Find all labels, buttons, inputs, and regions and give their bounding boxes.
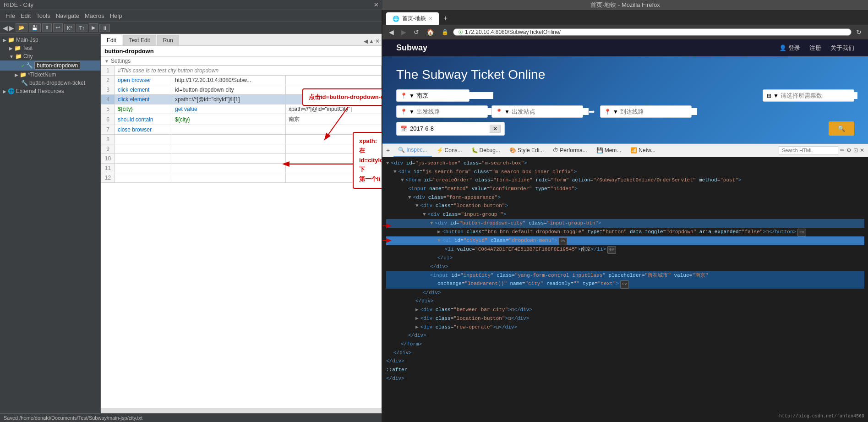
- row-2-value[interactable]: http://172.20.10.4:8080/Subw...: [172, 76, 286, 85]
- tab-text-edit[interactable]: Text Edit: [123, 35, 156, 45]
- row-4-keyword[interactable]: click element: [115, 95, 172, 104]
- devtools-tab-debugger[interactable]: 🐛 Debug...: [467, 144, 505, 156]
- sidebar-item-city[interactable]: ▼ 📁 City: [0, 52, 100, 60]
- browser-tab-active[interactable]: 🌐 首页-地铁 ✕: [386, 12, 439, 25]
- from-line-group[interactable]: 📍 ▼: [396, 105, 488, 118]
- toolbar-undo[interactable]: ↩: [53, 23, 63, 32]
- from-station-group[interactable]: 📍 ▼: [491, 105, 583, 118]
- seats-dropdown-btn[interactable]: ▼: [773, 93, 779, 99]
- devtools-settings-btn[interactable]: ⚙: [846, 147, 852, 153]
- from-dropdown-btn[interactable]: ▼: [409, 109, 415, 115]
- menu-file[interactable]: File: [3, 11, 18, 20]
- devtools-tab-inspect[interactable]: 🔍 Inspec...: [393, 144, 431, 157]
- devtools-dock-btn[interactable]: ⊡: [853, 147, 858, 153]
- row-6-var[interactable]: ${city}: [172, 114, 286, 125]
- city-input[interactable]: [416, 92, 493, 99]
- row-5-var[interactable]: ${city}: [115, 104, 172, 114]
- devtools-tab-console[interactable]: ⚡ Cons...: [432, 144, 467, 156]
- editor-scrollbar-h[interactable]: [101, 408, 382, 413]
- to-station-input[interactable]: [620, 108, 697, 115]
- row-6-value[interactable]: 南京: [285, 114, 381, 125]
- devtools-edit-btn[interactable]: ✏: [840, 147, 845, 153]
- row-5-keyword[interactable]: get value: [172, 104, 286, 114]
- row-7-keyword[interactable]: close browser: [115, 125, 172, 135]
- devtools-tab-network[interactable]: 📶 Netw...: [626, 144, 660, 156]
- row-6-keyword[interactable]: should contain: [115, 114, 172, 125]
- new-tab-btn[interactable]: +: [439, 12, 452, 25]
- ride-close-btn[interactable]: ✕: [374, 1, 379, 8]
- toolbar-open-folder[interactable]: 📂: [16, 23, 27, 32]
- devtools-html-panel[interactable]: ▼ <div id="js-search-box" class="m-searc…: [382, 157, 868, 422]
- table-row: 2 open browser http://172.20.10.4:8080/S…: [101, 76, 382, 85]
- toolbar-stop[interactable]: ▶: [89, 23, 98, 32]
- to-station-group[interactable]: 📍 ▼: [600, 105, 692, 118]
- sidebar-item-test[interactable]: ▶ 📁 Test: [0, 44, 100, 52]
- toolbar-back[interactable]: ◀: [3, 24, 8, 32]
- settings-toggle[interactable]: ▼: [104, 59, 109, 64]
- html-line-8[interactable]: ▼ <div id="button-dropdown-city" class="…: [386, 219, 864, 228]
- search-btn[interactable]: 🔍: [829, 121, 854, 136]
- toolbar-forward[interactable]: ▶: [9, 24, 14, 32]
- panel-left-btn[interactable]: ◀: [364, 38, 368, 44]
- row-2-keyword[interactable]: open browser: [115, 76, 172, 85]
- nav-login[interactable]: 👤 登录: [779, 44, 800, 52]
- menu-macros[interactable]: Macros: [82, 11, 107, 20]
- row-2-empty[interactable]: [285, 76, 381, 85]
- devtools-tab-perf[interactable]: ⏱ Performa...: [548, 144, 591, 156]
- row-3-keyword[interactable]: click element: [115, 85, 172, 95]
- html-line-23: </div>: [386, 357, 864, 366]
- sidebar-item-external[interactable]: ▶ 🌐 External Resources: [0, 87, 100, 95]
- devtools-search-input[interactable]: [779, 146, 838, 154]
- html-line-14[interactable]: <input id="inputCity" class="yang-form-c…: [386, 271, 864, 280]
- devtools-close-btn[interactable]: ✕: [860, 147, 864, 153]
- city-dropdown-group[interactable]: 📍 ▼: [396, 89, 469, 102]
- nav-home[interactable]: 🏠: [424, 27, 437, 38]
- toolbar-redo[interactable]: K*: [64, 24, 75, 32]
- devtools-tab-memory[interactable]: 💾 Mem...: [592, 144, 626, 156]
- row-3-value[interactable]: id=button-dropdown-city: [172, 85, 286, 95]
- toolbar-pause[interactable]: ⏸: [99, 24, 110, 32]
- html-line-7: ▼ <div class="input-group " >: [386, 210, 864, 219]
- sidebar-item-button-dropdown[interactable]: ✔ 🔧 button-dropdown: [0, 60, 100, 71]
- toolbar-import[interactable]: ⬆: [42, 23, 52, 32]
- sidebar-item-ticketnum[interactable]: ▶ 📁 *TicketNum: [0, 71, 100, 79]
- devtools-tab-style[interactable]: 🎨 Style Edi...: [505, 144, 548, 156]
- nav-refresh[interactable]: ↺: [411, 27, 422, 38]
- row-4-value[interactable]: xpath=//*[@id="cityId"]/li[1]: [172, 95, 286, 104]
- nav-reload[interactable]: ↻: [853, 27, 864, 38]
- nav-register[interactable]: 注册: [809, 44, 821, 52]
- nav-about[interactable]: 关于我们: [830, 44, 854, 52]
- date-clear-btn[interactable]: ✕: [490, 125, 501, 133]
- row-1-col1[interactable]: #This case is to test city button dropdo…: [115, 66, 382, 76]
- seats-input[interactable]: [781, 92, 857, 99]
- toolbar-save[interactable]: 💾: [29, 23, 41, 32]
- url-input[interactable]: [465, 29, 846, 35]
- from-station-dropdown-btn[interactable]: ▼: [504, 109, 510, 115]
- sidebar-item-main-jsp[interactable]: ▶ 📁 Main-Jsp: [0, 36, 100, 44]
- panel-close-btn[interactable]: ✕: [375, 38, 380, 44]
- date-group[interactable]: 📅 ✕: [396, 122, 505, 136]
- menu-tools[interactable]: Tools: [33, 11, 53, 20]
- row-7-empty[interactable]: [172, 125, 286, 135]
- menu-navigate[interactable]: Navigate: [53, 11, 82, 20]
- from-line-input[interactable]: [416, 108, 493, 115]
- date-input[interactable]: [410, 125, 487, 132]
- devtools-add-btn[interactable]: +: [382, 145, 393, 156]
- html-line-10[interactable]: ▼ <ul id="cityId" class="dropdown-menu" …: [386, 236, 864, 245]
- nav-privacy[interactable]: 🔒: [439, 27, 451, 37]
- city-dropdown-btn[interactable]: ▼: [409, 93, 415, 99]
- seats-selector[interactable]: ⊞ ▼: [763, 89, 854, 102]
- tab-run[interactable]: Run: [157, 35, 179, 45]
- menu-help[interactable]: Help: [107, 11, 125, 20]
- toolbar-run-test[interactable]: T↑: [76, 24, 87, 32]
- tab-close[interactable]: ✕: [429, 16, 432, 21]
- panel-up-btn[interactable]: ▲: [369, 38, 374, 44]
- menu-edit[interactable]: Edit: [18, 11, 33, 20]
- from-station-input[interactable]: [512, 108, 589, 115]
- to-dropdown-btn[interactable]: ▼: [613, 109, 618, 115]
- sidebar-item-button-dropdown-ticket[interactable]: 🔧 button-dropdown-ticket: [0, 79, 100, 87]
- nav-forward[interactable]: ▶: [399, 27, 409, 38]
- nav-back[interactable]: ◀: [386, 27, 397, 38]
- style-icon: 🎨: [509, 147, 516, 153]
- tab-edit[interactable]: Edit: [101, 35, 122, 45]
